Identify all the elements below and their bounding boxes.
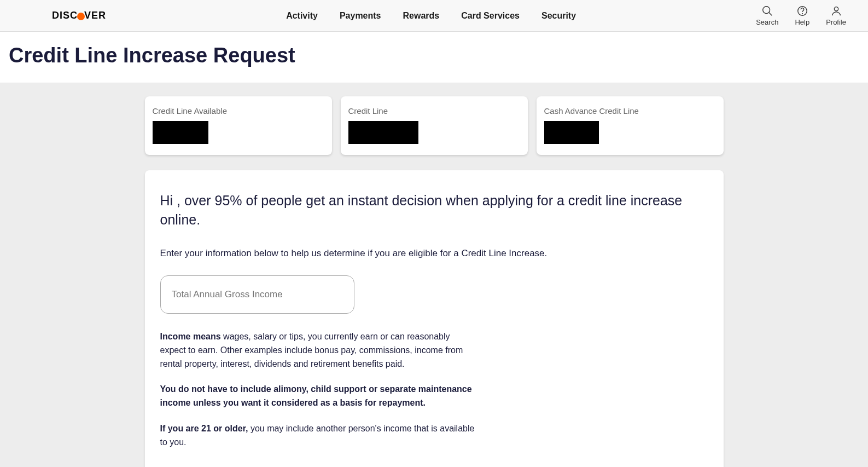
income-means-bold: Income means xyxy=(160,332,221,341)
main-nav: Activity Payments Rewards Card Services … xyxy=(286,11,576,21)
nav-payments[interactable]: Payments xyxy=(340,11,381,21)
svg-point-3 xyxy=(802,14,802,14)
main-header: DISCVER Activity Payments Rewards Card S… xyxy=(0,0,868,32)
header-icons-group: Search Help Profile xyxy=(756,5,846,26)
alimony-disclaimer-text: You do not have to include alimony, chil… xyxy=(160,384,472,407)
logo-text-part1: DISC xyxy=(52,10,78,21)
profile-icon-group[interactable]: Profile xyxy=(826,5,846,26)
disclaimer-section: Income means wages, salary or tips, you … xyxy=(160,330,477,449)
credit-line-value xyxy=(348,121,418,144)
svg-point-0 xyxy=(763,7,770,14)
age-disclaimer: If you are 21 or older, you may include … xyxy=(160,422,477,449)
total-annual-income-input[interactable] xyxy=(160,275,354,314)
logo-text-part2: VER xyxy=(84,10,106,21)
page-title: Credit Line Increase Request xyxy=(9,44,859,67)
logo-orange-dot-icon xyxy=(77,13,85,20)
nav-card-services[interactable]: Card Services xyxy=(461,11,520,21)
credit-info-cards: Credit Line Available Credit Line Cash A… xyxy=(145,96,724,155)
credit-line-available-value xyxy=(153,121,208,144)
help-icon-group[interactable]: Help xyxy=(795,5,809,26)
age-disclaimer-bold: If you are 21 or older, xyxy=(160,424,248,433)
nav-security[interactable]: Security xyxy=(541,11,576,21)
instruction-text: Enter your information below to help us … xyxy=(160,248,708,259)
greeting-text: Hi , over 95% of people get an instant d… xyxy=(160,191,708,229)
nav-activity[interactable]: Activity xyxy=(286,11,318,21)
alimony-disclaimer: You do not have to include alimony, chil… xyxy=(160,383,477,410)
svg-line-1 xyxy=(769,13,772,16)
help-icon xyxy=(796,5,808,17)
credit-line-available-label: Credit Line Available xyxy=(153,106,324,116)
income-means-disclaimer: Income means wages, salary or tips, you … xyxy=(160,330,477,371)
svg-point-4 xyxy=(834,7,838,11)
help-label: Help xyxy=(795,18,809,26)
content-area: Credit Line Available Credit Line Cash A… xyxy=(145,83,724,467)
search-icon xyxy=(761,5,773,17)
nav-rewards[interactable]: Rewards xyxy=(403,11,440,21)
page-title-section: Credit Line Increase Request xyxy=(0,32,868,83)
discover-logo[interactable]: DISCVER xyxy=(52,10,106,21)
credit-increase-form-card: Hi , over 95% of people get an instant d… xyxy=(145,170,724,467)
profile-label: Profile xyxy=(826,18,846,26)
profile-icon xyxy=(830,5,842,17)
credit-line-available-card: Credit Line Available xyxy=(145,96,332,155)
cash-advance-value xyxy=(544,121,599,144)
cash-advance-label: Cash Advance Credit Line xyxy=(544,106,716,116)
search-icon-group[interactable]: Search xyxy=(756,5,778,26)
credit-line-card: Credit Line xyxy=(341,96,528,155)
credit-line-label: Credit Line xyxy=(348,106,520,116)
cash-advance-card: Cash Advance Credit Line xyxy=(537,96,724,155)
search-label: Search xyxy=(756,18,778,26)
